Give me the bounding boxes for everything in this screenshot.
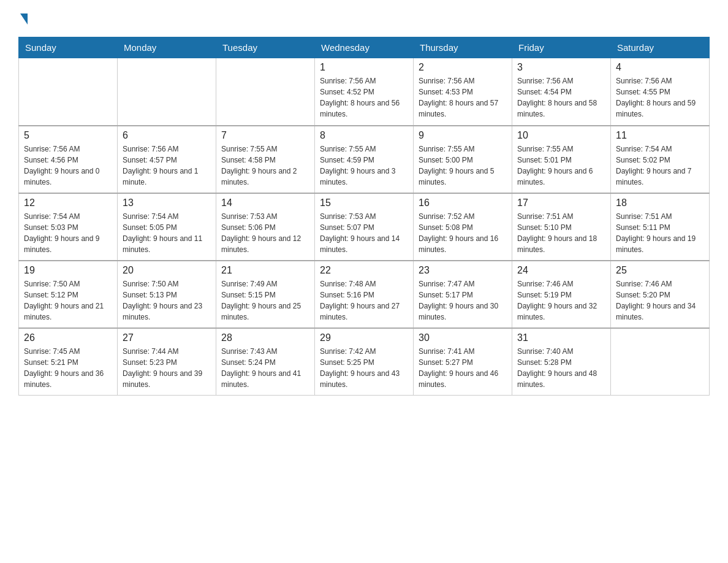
day-info: Sunrise: 7:46 AM Sunset: 5:20 PM Dayligh… [616,278,704,323]
day-number: 19 [24,265,112,276]
day-number: 31 [517,332,605,343]
day-number: 6 [123,130,211,141]
day-number: 17 [517,197,605,209]
day-info: Sunrise: 7:56 AM Sunset: 4:52 PM Dayligh… [320,75,408,120]
calendar-header-row: SundayMondayTuesdayWednesdayThursdayFrid… [19,37,710,58]
day-info: Sunrise: 7:54 AM Sunset: 5:05 PM Dayligh… [123,211,211,255]
calendar-table: SundayMondayTuesdayWednesdayThursdayFrid… [18,37,710,396]
day-of-week-header: Wednesday [315,37,414,58]
day-info: Sunrise: 7:55 AM Sunset: 5:00 PM Dayligh… [419,144,507,188]
calendar-day-cell: 17Sunrise: 7:51 AM Sunset: 5:10 PM Dayli… [512,193,611,261]
day-info: Sunrise: 7:56 AM Sunset: 4:55 PM Dayligh… [616,75,704,120]
calendar-week-row: 12Sunrise: 7:54 AM Sunset: 5:03 PM Dayli… [19,193,710,261]
day-info: Sunrise: 7:56 AM Sunset: 4:57 PM Dayligh… [123,144,211,188]
day-number: 30 [419,332,507,343]
calendar-day-cell: 22Sunrise: 7:48 AM Sunset: 5:16 PM Dayli… [315,261,414,328]
calendar-day-cell [118,58,216,126]
day-of-week-header: Saturday [611,37,710,58]
day-info: Sunrise: 7:53 AM Sunset: 5:07 PM Dayligh… [320,211,408,255]
day-number: 15 [320,197,408,209]
calendar-day-cell: 20Sunrise: 7:50 AM Sunset: 5:13 PM Dayli… [118,261,216,328]
calendar-day-cell: 29Sunrise: 7:42 AM Sunset: 5:25 PM Dayli… [315,328,414,396]
day-info: Sunrise: 7:54 AM Sunset: 5:02 PM Dayligh… [616,144,704,188]
day-number: 1 [320,62,408,73]
day-number: 29 [320,332,408,343]
day-info: Sunrise: 7:50 AM Sunset: 5:13 PM Dayligh… [123,278,211,323]
calendar-day-cell: 12Sunrise: 7:54 AM Sunset: 5:03 PM Dayli… [19,193,118,261]
day-number: 23 [419,265,507,276]
calendar-week-row: 5Sunrise: 7:56 AM Sunset: 4:56 PM Daylig… [19,126,710,193]
calendar-week-row: 1Sunrise: 7:56 AM Sunset: 4:52 PM Daylig… [19,58,710,126]
calendar-week-row: 26Sunrise: 7:45 AM Sunset: 5:21 PM Dayli… [19,328,710,396]
calendar-day-cell: 7Sunrise: 7:55 AM Sunset: 4:58 PM Daylig… [216,126,315,193]
calendar-day-cell: 28Sunrise: 7:43 AM Sunset: 5:24 PM Dayli… [216,328,315,396]
day-of-week-header: Sunday [19,37,118,58]
calendar-day-cell: 19Sunrise: 7:50 AM Sunset: 5:12 PM Dayli… [19,261,118,328]
day-info: Sunrise: 7:55 AM Sunset: 4:59 PM Dayligh… [320,144,408,188]
day-info: Sunrise: 7:52 AM Sunset: 5:08 PM Dayligh… [419,211,507,255]
calendar-day-cell: 26Sunrise: 7:45 AM Sunset: 5:21 PM Dayli… [19,328,118,396]
day-info: Sunrise: 7:55 AM Sunset: 4:58 PM Dayligh… [221,144,309,188]
calendar-day-cell: 31Sunrise: 7:40 AM Sunset: 5:28 PM Dayli… [512,328,611,396]
logo [18,12,28,25]
day-number: 28 [221,332,309,343]
day-number: 26 [24,332,112,343]
day-info: Sunrise: 7:49 AM Sunset: 5:15 PM Dayligh… [221,278,309,323]
calendar-day-cell: 8Sunrise: 7:55 AM Sunset: 4:59 PM Daylig… [315,126,414,193]
day-number: 16 [419,197,507,209]
day-number: 2 [419,62,507,73]
day-info: Sunrise: 7:55 AM Sunset: 5:01 PM Dayligh… [517,144,605,188]
calendar-day-cell: 9Sunrise: 7:55 AM Sunset: 5:00 PM Daylig… [414,126,512,193]
day-number: 18 [616,197,704,209]
calendar-day-cell: 18Sunrise: 7:51 AM Sunset: 5:11 PM Dayli… [611,193,710,261]
day-number: 3 [517,62,605,73]
calendar-day-cell: 14Sunrise: 7:53 AM Sunset: 5:06 PM Dayli… [216,193,315,261]
calendar-day-cell [19,58,118,126]
day-number: 11 [616,130,704,141]
day-number: 5 [24,130,112,141]
day-number: 10 [517,130,605,141]
day-info: Sunrise: 7:44 AM Sunset: 5:23 PM Dayligh… [123,346,211,390]
calendar-day-cell: 10Sunrise: 7:55 AM Sunset: 5:01 PM Dayli… [512,126,611,193]
day-number: 21 [221,265,309,276]
day-info: Sunrise: 7:56 AM Sunset: 4:53 PM Dayligh… [419,75,507,120]
calendar-day-cell: 15Sunrise: 7:53 AM Sunset: 5:07 PM Dayli… [315,193,414,261]
day-number: 12 [24,197,112,209]
calendar-day-cell: 25Sunrise: 7:46 AM Sunset: 5:20 PM Dayli… [611,261,710,328]
day-info: Sunrise: 7:40 AM Sunset: 5:28 PM Dayligh… [517,346,605,390]
day-number: 20 [123,265,211,276]
calendar-day-cell: 6Sunrise: 7:56 AM Sunset: 4:57 PM Daylig… [118,126,216,193]
day-info: Sunrise: 7:42 AM Sunset: 5:25 PM Dayligh… [320,346,408,390]
day-number: 24 [517,265,605,276]
calendar-day-cell: 5Sunrise: 7:56 AM Sunset: 4:56 PM Daylig… [19,126,118,193]
calendar-day-cell: 11Sunrise: 7:54 AM Sunset: 5:02 PM Dayli… [611,126,710,193]
calendar-day-cell: 1Sunrise: 7:56 AM Sunset: 4:52 PM Daylig… [315,58,414,126]
day-number: 25 [616,265,704,276]
day-info: Sunrise: 7:51 AM Sunset: 5:10 PM Dayligh… [517,211,605,255]
day-number: 14 [221,197,309,209]
day-number: 9 [419,130,507,141]
calendar-day-cell: 3Sunrise: 7:56 AM Sunset: 4:54 PM Daylig… [512,58,611,126]
day-of-week-header: Thursday [414,37,512,58]
page-header [18,12,710,25]
day-info: Sunrise: 7:56 AM Sunset: 4:54 PM Dayligh… [517,75,605,120]
calendar-day-cell: 27Sunrise: 7:44 AM Sunset: 5:23 PM Dayli… [118,328,216,396]
day-info: Sunrise: 7:46 AM Sunset: 5:19 PM Dayligh… [517,278,605,323]
day-number: 27 [123,332,211,343]
calendar-day-cell: 13Sunrise: 7:54 AM Sunset: 5:05 PM Dayli… [118,193,216,261]
calendar-day-cell: 16Sunrise: 7:52 AM Sunset: 5:08 PM Dayli… [414,193,512,261]
calendar-day-cell [611,328,710,396]
day-info: Sunrise: 7:43 AM Sunset: 5:24 PM Dayligh… [221,346,309,390]
day-info: Sunrise: 7:56 AM Sunset: 4:56 PM Dayligh… [24,144,112,188]
day-of-week-header: Tuesday [216,37,315,58]
day-number: 8 [320,130,408,141]
calendar-day-cell: 21Sunrise: 7:49 AM Sunset: 5:15 PM Dayli… [216,261,315,328]
calendar-day-cell [216,58,315,126]
calendar-day-cell: 2Sunrise: 7:56 AM Sunset: 4:53 PM Daylig… [414,58,512,126]
day-info: Sunrise: 7:51 AM Sunset: 5:11 PM Dayligh… [616,211,704,255]
day-info: Sunrise: 7:41 AM Sunset: 5:27 PM Dayligh… [419,346,507,390]
calendar-week-row: 19Sunrise: 7:50 AM Sunset: 5:12 PM Dayli… [19,261,710,328]
day-number: 4 [616,62,704,73]
day-of-week-header: Friday [512,37,611,58]
day-number: 22 [320,265,408,276]
